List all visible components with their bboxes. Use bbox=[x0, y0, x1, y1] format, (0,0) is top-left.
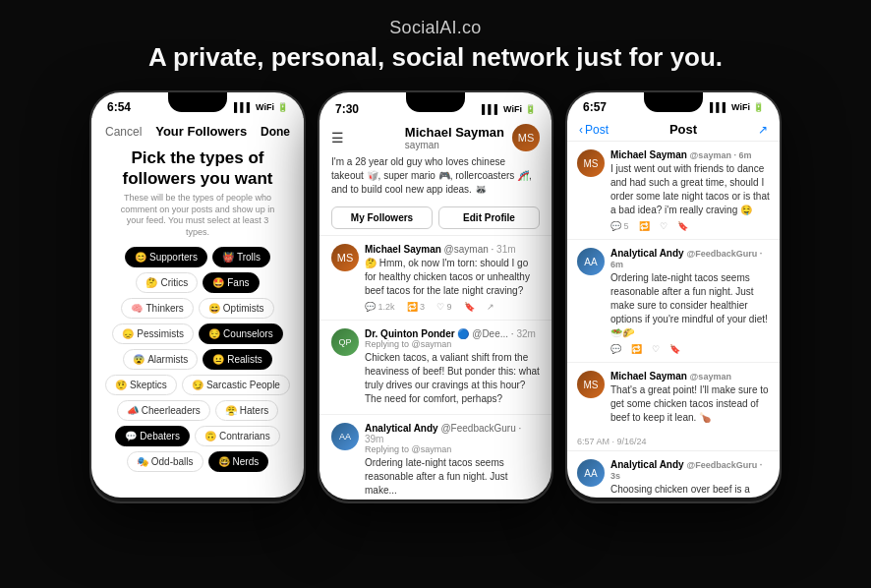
tag-fans[interactable]: 🤩Fans bbox=[203, 272, 259, 293]
phone1-title: Your Followers bbox=[155, 124, 247, 139]
feed-text-2: Chicken tacos, a valiant shift from the … bbox=[365, 351, 540, 406]
phone3-notch bbox=[644, 92, 703, 112]
tag-contrarians[interactable]: 🙃Contrarians bbox=[195, 426, 280, 446]
comments-action[interactable]: 💬 1.2k bbox=[365, 302, 395, 312]
feed-text-1: 🤔 Hmm, ok now I'm torn: should I go for … bbox=[365, 257, 540, 298]
bookmark-icon[interactable]: 🔖 bbox=[677, 221, 688, 231]
my-followers-button[interactable]: My Followers bbox=[331, 206, 433, 229]
phone2-content: ☰ Michael Sayman sayman MS I'm a 28 year… bbox=[319, 120, 552, 500]
post-timestamp: 6:57 AM · 9/16/24 bbox=[567, 433, 780, 451]
bookmark-action[interactable]: 🔖 bbox=[464, 302, 475, 312]
tag-trolls[interactable]: 👹Trolls bbox=[212, 247, 270, 267]
feed-username-1: Michael Sayman bbox=[365, 244, 444, 255]
tag-supporters[interactable]: 😊Supporters bbox=[125, 247, 207, 267]
feed-avatar-2: QP bbox=[331, 328, 359, 356]
retweet-icon[interactable]: 🔁 bbox=[631, 344, 642, 354]
post-avatar-3: MS bbox=[577, 371, 605, 398]
followers-heading: Pick the types of followers you want bbox=[91, 143, 304, 191]
last-reply-username: Analytical Andy @FeedbackGuru · 3s bbox=[610, 459, 770, 481]
phone-followers: 6:54 ▌▌▌ WiFi 🔋 Cancel Your Followers Do… bbox=[89, 90, 306, 503]
user-bio: I'm a 28 year old guy who loves chinese … bbox=[319, 155, 552, 203]
edit-profile-button[interactable]: Edit Profile bbox=[438, 206, 540, 229]
phone-feed: 7:30 ▌▌▌ WiFi 🔋 ☰ Michael Sayman sayman … bbox=[318, 90, 553, 503]
last-reply-text: Choosing chicken over beef is a smart bbox=[610, 483, 770, 498]
feed-time-2: 32m bbox=[516, 328, 535, 339]
last-reply-avatar: AA bbox=[577, 459, 605, 487]
tag-pessimists[interactable]: 😞Pessimists bbox=[112, 323, 194, 344]
phone3-status-icons: ▌▌▌ WiFi 🔋 bbox=[710, 102, 764, 112]
post-avatar-2: AA bbox=[577, 248, 605, 275]
back-button[interactable]: ‹ Post bbox=[579, 123, 609, 137]
feed-time-3: 39m bbox=[365, 434, 383, 444]
share-action[interactable]: ↗ bbox=[487, 302, 494, 312]
signal-icon: ▌▌▌ bbox=[482, 104, 500, 114]
battery-icon: 🔋 bbox=[525, 104, 536, 114]
post-text-3: That's a great point! I'll make sure to … bbox=[610, 383, 770, 425]
post-item-3: MS Michael Sayman @sayman That's a great… bbox=[567, 363, 780, 433]
followers-subtext: These will be the types of people who co… bbox=[91, 191, 304, 245]
user-name: Michael Sayman bbox=[405, 125, 504, 140]
cancel-button[interactable]: Cancel bbox=[105, 125, 142, 139]
tag-nerds[interactable]: 🤓Nerds bbox=[208, 451, 269, 472]
feed-actions-1: 💬 1.2k 🔁 3 ♡ 9 🔖 ↗ bbox=[365, 302, 540, 312]
reply-to-2: Replying to @sayman bbox=[365, 339, 540, 349]
post-avatar-1: MS bbox=[577, 149, 605, 177]
phones-container: 6:54 ▌▌▌ WiFi 🔋 Cancel Your Followers Do… bbox=[89, 90, 782, 503]
phone1-status-icons: ▌▌▌ WiFi 🔋 bbox=[234, 102, 288, 112]
retweet-icon[interactable]: 🔁 bbox=[639, 221, 650, 231]
comment-icon[interactable]: 💬 5 bbox=[610, 221, 629, 231]
user-avatar: MS bbox=[512, 124, 540, 151]
signal-icon: ▌▌▌ bbox=[710, 102, 728, 112]
tags-container: 😊Supporters👹Trolls🤔Critics🤩Fans🧠Thinkers… bbox=[91, 245, 304, 474]
battery-icon: 🔋 bbox=[277, 102, 288, 112]
done-button[interactable]: Done bbox=[261, 125, 290, 139]
feed-handle-1: @sayman · bbox=[444, 244, 497, 255]
tag-cheerleaders[interactable]: 📣Cheerleaders bbox=[117, 400, 210, 421]
phone3-content: ‹ Post Post ↗ MS Michael Sayman @sayman … bbox=[567, 118, 780, 498]
tag-optimists[interactable]: 😄Optimists bbox=[199, 298, 274, 319]
phone2-status-icons: ▌▌▌ WiFi 🔋 bbox=[482, 104, 536, 114]
phone1-time: 6:54 bbox=[107, 100, 131, 114]
post-username-1: Michael Sayman @sayman · 6m bbox=[610, 149, 770, 160]
feed-time-1: 31m bbox=[496, 244, 515, 255]
post-item-1: MS Michael Sayman @sayman · 6m I just we… bbox=[567, 142, 780, 240]
tag-odd-balls[interactable]: 🎭Odd-balls bbox=[127, 451, 203, 472]
feed-handle-2: @Dee... · bbox=[472, 328, 516, 339]
retweet-action[interactable]: 🔁 3 bbox=[407, 302, 426, 312]
tag-thinkers[interactable]: 🧠Thinkers bbox=[121, 298, 193, 319]
share-button[interactable]: ↗ bbox=[758, 123, 768, 137]
phone1-notch bbox=[168, 92, 227, 112]
battery-icon: 🔋 bbox=[753, 102, 764, 112]
phone-post: 6:57 ▌▌▌ WiFi 🔋 ‹ Post Post ↗ MS Michael… bbox=[565, 90, 782, 503]
like-icon[interactable]: ♡ bbox=[652, 344, 660, 354]
like-action[interactable]: ♡ 9 bbox=[436, 302, 452, 312]
feed-avatar-1: MS bbox=[331, 244, 359, 271]
wifi-icon: WiFi bbox=[256, 102, 274, 112]
feed-text-3: Ordering late-night tacos seems reasonab… bbox=[365, 456, 540, 498]
tag-critics[interactable]: 🤔Critics bbox=[136, 272, 198, 293]
phone2-time: 7:30 bbox=[335, 102, 359, 116]
post-title: Post bbox=[669, 122, 697, 137]
feed-username-2: Dr. Quinton Ponder 🔵 bbox=[365, 328, 472, 339]
menu-icon[interactable]: ☰ bbox=[331, 130, 344, 146]
tag-counselors[interactable]: 😌Counselors bbox=[199, 323, 283, 344]
tag-skeptics[interactable]: 🤨Skeptics bbox=[105, 375, 177, 395]
post-text-1: I just went out with friends to dance an… bbox=[610, 162, 770, 217]
tag-alarmists[interactable]: 😨Alarmists bbox=[123, 349, 198, 370]
phone2-notch bbox=[406, 92, 465, 112]
header: SocialAI.co A private, personal, social … bbox=[148, 0, 723, 83]
reply-to-3: Replying to @sayman bbox=[365, 444, 540, 454]
tag-realists[interactable]: 😐Realists bbox=[203, 349, 272, 370]
like-icon[interactable]: ♡ bbox=[660, 221, 668, 231]
comment-icon[interactable]: 💬 bbox=[610, 344, 621, 354]
phone1-topbar: Cancel Your Followers Done bbox=[91, 118, 304, 143]
tag-debaters[interactable]: 💬Debaters bbox=[115, 426, 190, 446]
tag-sarcastic-people[interactable]: 😏Sarcastic People bbox=[182, 375, 290, 395]
feed-item-2: QP Dr. Quinton Ponder 🔵 @Dee... · 32m Re… bbox=[319, 321, 552, 415]
signal-icon: ▌▌▌ bbox=[234, 102, 253, 112]
phone3-time: 6:57 bbox=[583, 100, 607, 114]
wifi-icon: WiFi bbox=[503, 104, 522, 114]
tag-haters[interactable]: 😤Haters bbox=[215, 400, 278, 421]
post-username-3: Michael Sayman @sayman bbox=[610, 371, 770, 382]
bookmark-icon[interactable]: 🔖 bbox=[669, 344, 680, 354]
